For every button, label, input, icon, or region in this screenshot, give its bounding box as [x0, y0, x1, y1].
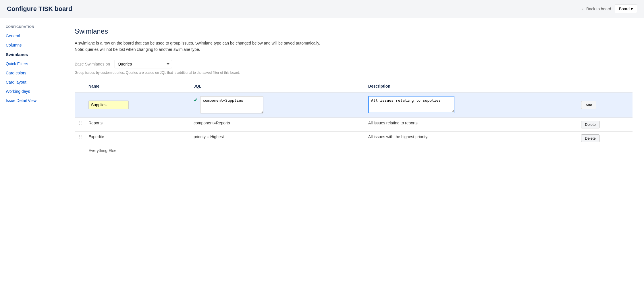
- reports-delete-button[interactable]: Delete: [581, 121, 599, 128]
- expedite-desc-cell: All issues with the highest priority.: [366, 131, 579, 145]
- name-input[interactable]: [88, 101, 129, 109]
- sidebar-item-card-colors[interactable]: Card colors: [0, 68, 63, 78]
- swimlane-hint: Group issues by custom queries. Queries …: [75, 71, 633, 75]
- add-button[interactable]: Add: [581, 101, 596, 109]
- expedite-name-cell: Expedite: [86, 131, 191, 145]
- expedite-drag-cell: ⠿: [75, 131, 86, 145]
- sidebar-item-swimlanes[interactable]: Swimlanes: [0, 50, 63, 59]
- col-action-header: [579, 82, 633, 92]
- description-textarea[interactable]: All issues relating to supplies: [368, 96, 454, 113]
- board-button-label: Board: [619, 7, 630, 11]
- board-button[interactable]: Board ▾: [615, 5, 637, 13]
- drag-handle-icon[interactable]: ⠿: [77, 121, 84, 126]
- edit-row-action-cell: Add: [579, 92, 633, 118]
- expedite-jql: priority = Highest: [194, 134, 224, 139]
- col-name-header: Name: [86, 82, 191, 92]
- reports-drag-cell: ⠿: [75, 117, 86, 131]
- col-drag: [75, 82, 86, 92]
- sidebar-item-card-layout[interactable]: Card layout: [0, 78, 63, 87]
- base-swimlanes-row: Base Swimlanes on Queries Assignees Epic…: [75, 60, 633, 68]
- table-row: ⠿ Reports component=Reports All issues r…: [75, 117, 633, 131]
- expedite-delete-button[interactable]: Delete: [581, 134, 599, 142]
- jql-cell: ✔ component=Supplies: [194, 96, 364, 113]
- edit-row-desc-cell: All issues relating to supplies: [366, 92, 579, 118]
- reports-desc-cell: All issues relating to reports: [366, 117, 579, 131]
- edit-row-jql-cell: ✔ component=Supplies: [191, 92, 366, 118]
- swimlanes-title: Swimlanes: [75, 27, 633, 35]
- everything-else-label: Everything Else: [88, 148, 116, 153]
- reports-name: Reports: [88, 121, 103, 125]
- back-to-board-link[interactable]: ← Back to board: [581, 7, 611, 11]
- sidebar-item-issue-detail-view[interactable]: Issue Detail View: [0, 96, 63, 105]
- edit-row: ✔ component=Supplies All issues relating…: [75, 92, 633, 118]
- col-description-header: Description: [366, 82, 579, 92]
- base-swimlanes-label: Base Swimlanes on: [75, 62, 110, 66]
- expedite-jql-cell: priority = Highest: [191, 131, 366, 145]
- drag-handle-icon[interactable]: ⠿: [77, 135, 84, 140]
- layout: CONFIGURATION General Columns Swimlanes …: [0, 18, 644, 293]
- everything-else-action-cell: [579, 145, 633, 156]
- reports-jql: component=Reports: [194, 121, 230, 125]
- main-content: Swimlanes A swimlane is a row on the boa…: [63, 18, 644, 293]
- base-swimlanes-select[interactable]: Queries Assignees Epics Projects Parent …: [115, 60, 172, 68]
- everything-else-jql-cell: [191, 145, 366, 156]
- everything-else-desc-cell: [366, 145, 579, 156]
- description-line1: A swimlane is a row on the board that ca…: [75, 41, 320, 45]
- back-to-board-label: Back to board: [586, 7, 611, 11]
- edit-row-name-cell: [86, 92, 191, 118]
- everything-else-drag-cell: [75, 145, 86, 156]
- sidebar-item-working-days[interactable]: Working days: [0, 87, 63, 96]
- expedite-description: All issues with the highest priority.: [368, 134, 428, 139]
- page-title: Configure TISK board: [7, 5, 72, 13]
- header-right: ← Back to board Board ▾: [581, 5, 637, 13]
- chevron-down-icon: ▾: [631, 7, 633, 11]
- reports-description: All issues relating to reports: [368, 121, 418, 125]
- reports-action-cell: Delete: [579, 117, 633, 131]
- reports-name-cell: Reports: [86, 117, 191, 131]
- table-header-row: Name JQL Description: [75, 82, 633, 92]
- swimlanes-table: Name JQL Description ✔ compone: [75, 82, 633, 156]
- sidebar-item-general[interactable]: General: [0, 31, 63, 41]
- jql-valid-icon: ✔: [194, 97, 198, 103]
- back-arrow-icon: ←: [581, 7, 585, 11]
- expedite-action-cell: Delete: [579, 131, 633, 145]
- expedite-name: Expedite: [88, 134, 104, 139]
- header: Configure TISK board ← Back to board Boa…: [0, 0, 644, 18]
- everything-else-name-cell: Everything Else: [86, 145, 191, 156]
- col-jql-header: JQL: [191, 82, 366, 92]
- jql-textarea[interactable]: component=Supplies: [200, 96, 263, 113]
- sidebar-section-label: CONFIGURATION: [0, 25, 63, 31]
- sidebar-item-columns[interactable]: Columns: [0, 41, 63, 50]
- reports-jql-cell: component=Reports: [191, 117, 366, 131]
- description-line2: Note: queries will not be lost when chan…: [75, 47, 200, 52]
- edit-row-drag-cell: [75, 92, 86, 118]
- sidebar: CONFIGURATION General Columns Swimlanes …: [0, 18, 63, 293]
- description: A swimlane is a row on the board that ca…: [75, 40, 333, 53]
- sidebar-item-quick-filters[interactable]: Quick Filters: [0, 59, 63, 68]
- everything-else-row: Everything Else: [75, 145, 633, 156]
- table-row: ⠿ Expedite priority = Highest All issues…: [75, 131, 633, 145]
